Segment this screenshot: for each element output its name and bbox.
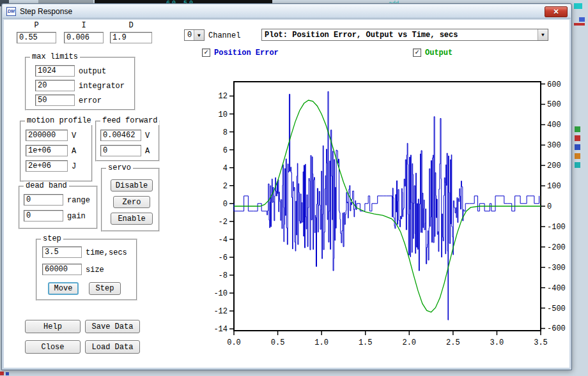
svg-text:-300: -300	[547, 264, 566, 273]
position-error-checkbox-label: Position Error	[214, 49, 279, 57]
app-icon: DM	[6, 7, 16, 16]
max-limits-group: max limits output integrator error	[25, 57, 135, 110]
help-button[interactable]: Help	[25, 320, 81, 333]
svg-text:2.0: 2.0	[402, 338, 416, 347]
i-input[interactable]	[64, 32, 104, 43]
step-size-input[interactable]	[42, 264, 82, 275]
background-fragment	[575, 153, 580, 159]
background-fragment	[575, 144, 580, 150]
servo-group: servo Disable Zero Enable	[101, 168, 160, 232]
svg-text:0.5: 0.5	[271, 338, 285, 347]
deadband-range-input[interactable]	[24, 194, 63, 206]
servo-enable-button[interactable]: Enable	[111, 213, 153, 225]
d-input[interactable]	[110, 32, 152, 43]
save-data-button[interactable]: Save Data	[85, 320, 140, 333]
title-bar[interactable]: DM Step Response ✕	[3, 4, 571, 19]
step-group: step time,secs size Move Step	[36, 239, 137, 301]
servo-zero-button[interactable]: Zero	[113, 196, 150, 208]
output-checkbox[interactable]: ✓	[413, 49, 421, 57]
svg-text:0: 0	[223, 200, 228, 209]
p-input[interactable]	[17, 32, 56, 43]
profile-velocity-input[interactable]	[26, 130, 68, 141]
svg-text:2.5: 2.5	[446, 338, 460, 347]
ff-accel-input[interactable]	[100, 145, 141, 156]
background-fragment	[574, 3, 582, 9]
step-response-chart: -14-12-10-8-6-4-2024681012-600-500-400-3…	[215, 74, 573, 355]
svg-text:200: 200	[547, 162, 561, 170]
close-window-button[interactable]: ✕	[545, 6, 568, 17]
step-time-label: time,secs	[86, 248, 127, 257]
step-size-label: size	[86, 266, 104, 274]
feed-forward-title: feed forward	[100, 116, 159, 125]
motion-profile-group: motion profile V A J	[20, 121, 93, 182]
max-output-input[interactable]	[35, 65, 75, 77]
svg-text:-500: -500	[547, 305, 566, 313]
chevron-down-icon[interactable]: ▼	[194, 30, 204, 40]
load-data-button[interactable]: Load Data	[85, 340, 140, 354]
svg-text:2: 2	[223, 182, 228, 191]
profile-jerk-input[interactable]	[26, 160, 68, 172]
svg-text:-2: -2	[219, 218, 228, 227]
output-checkbox-label: Output	[425, 49, 453, 57]
svg-text:6: 6	[223, 146, 228, 155]
profile-velocity-label: V	[72, 132, 76, 140]
svg-text:-4: -4	[219, 236, 228, 244]
window-title: Step Response	[20, 7, 72, 16]
max-integrator-label: integrator	[79, 82, 125, 91]
profile-accel-label: A	[72, 147, 76, 156]
svg-text:-400: -400	[547, 284, 566, 293]
max-error-label: error	[79, 96, 102, 105]
ff-velocity-input[interactable]	[100, 130, 141, 141]
svg-text:-14: -14	[215, 325, 228, 334]
background-fragment	[575, 135, 580, 141]
profile-jerk-label: J	[72, 162, 76, 171]
servo-disable-button[interactable]: Disable	[111, 179, 153, 192]
deadband-range-label: range	[67, 196, 90, 205]
svg-text:300: 300	[547, 141, 561, 150]
p-label: P	[17, 21, 56, 30]
channel-value: 0	[185, 31, 192, 40]
svg-text:0: 0	[547, 202, 552, 211]
motion-profile-title: motion profile	[25, 116, 93, 125]
chevron-down-icon[interactable]: ▼	[538, 29, 548, 40]
position-error-checkbox[interactable]: ✓	[202, 49, 210, 57]
svg-text:-12: -12	[215, 307, 228, 316]
step-response-window: DM Step Response ✕ P I D 0 ▼ Channel Plo…	[1, 3, 572, 370]
max-output-label: output	[79, 67, 106, 76]
svg-text:-100: -100	[547, 223, 566, 232]
svg-text:4: 4	[223, 164, 228, 173]
i-label: I	[64, 21, 104, 30]
svg-text:1.5: 1.5	[359, 338, 373, 347]
profile-accel-input[interactable]	[26, 145, 68, 156]
channel-label: Channel	[208, 31, 240, 40]
step-button[interactable]: Step	[89, 282, 121, 295]
deadband-gain-input[interactable]	[24, 210, 63, 222]
background-fragment	[575, 126, 580, 132]
step-time-input[interactable]	[42, 246, 82, 258]
background-fragment	[574, 23, 585, 26]
max-error-input[interactable]	[35, 94, 75, 106]
svg-text:500: 500	[547, 100, 561, 109]
client-area: P I D 0 ▼ Channel Plot: Position Error, …	[4, 20, 569, 368]
close-button[interactable]: Close	[25, 340, 81, 354]
channel-select[interactable]: 0 ▼	[184, 29, 205, 41]
dead-band-title: dead band	[24, 181, 69, 190]
svg-text:3.5: 3.5	[534, 338, 548, 347]
dead-band-group: dead band range gain	[19, 186, 98, 229]
svg-text:100: 100	[547, 182, 561, 191]
plot-area: -14-12-10-8-6-4-2024681012-600-500-400-3…	[215, 74, 573, 355]
svg-text:-6: -6	[219, 253, 228, 262]
ff-accel-label: A	[145, 147, 150, 156]
max-limits-title: max limits	[30, 52, 80, 61]
plot-select[interactable]: Plot: Position Error, Output vs Time, se…	[261, 29, 548, 41]
svg-text:400: 400	[547, 121, 561, 130]
svg-text:12: 12	[219, 92, 228, 101]
d-label: D	[110, 21, 152, 30]
background-fragment	[0, 372, 4, 375]
feed-forward-group: feed forward V A	[95, 121, 160, 162]
ff-velocity-label: V	[145, 132, 150, 140]
max-integrator-input[interactable]	[35, 80, 75, 91]
servo-title: servo	[106, 163, 133, 172]
svg-text:-200: -200	[547, 243, 566, 252]
move-button[interactable]: Move	[48, 282, 79, 295]
